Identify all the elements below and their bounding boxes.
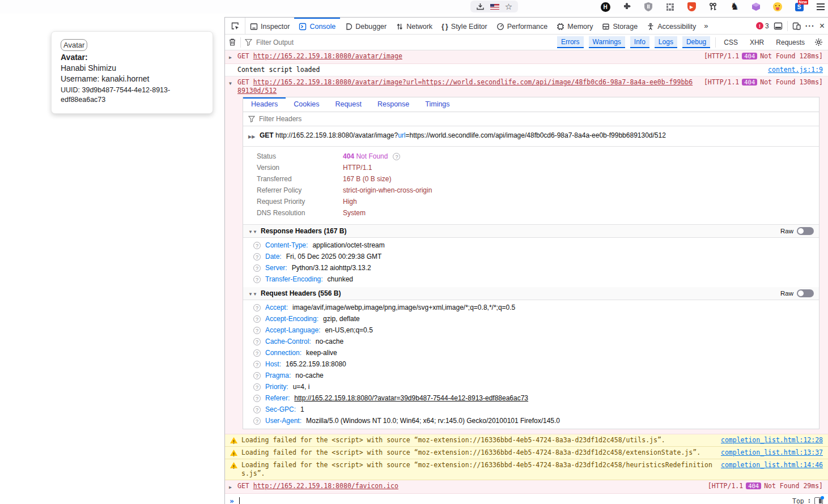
collapse-arrow-icon[interactable] [229, 78, 237, 88]
request-url-link[interactable]: http://165.22.159.18:8080/avatar/image?u… [237, 78, 693, 95]
devtools-menu-icon[interactable]: ··· [805, 22, 815, 31]
filter-requests-button[interactable]: Requests [772, 39, 809, 46]
response-status: [HTTP/1.1404Not Found 128ms] [704, 52, 823, 61]
header-row: Referer:http://165.22.159.18:8080/?avata… [243, 392, 819, 404]
header-row: Server:Python/3.12 aiohttp/3.13.2 [243, 262, 819, 274]
tab-response[interactable]: Response [370, 97, 417, 112]
us-flag-icon[interactable] [490, 4, 499, 10]
filter-headers-input[interactable] [259, 115, 814, 123]
collapse-arrow-icon[interactable]: ▼ [248, 227, 257, 236]
help-icon[interactable] [253, 315, 261, 323]
pick-element-icon[interactable] [225, 18, 245, 34]
filter-output-input[interactable] [256, 39, 553, 46]
tab-request[interactable]: Request [327, 97, 370, 112]
avatar-uuid: UUID: 39d9b487-7544-4e12-8913-edf88ea6ac… [61, 86, 203, 105]
filter-logs-button[interactable]: Logs [655, 36, 677, 48]
puzzle-extensions-icon[interactable] [622, 2, 632, 12]
evaluation-context-selector[interactable]: Top [792, 497, 804, 504]
context-dropdown-icon[interactable]: ▴▾ [808, 498, 810, 504]
request-url-link[interactable]: http://165.22.159.18:8080/favicon.ico [253, 482, 398, 490]
tab-timings[interactable]: Timings [417, 97, 457, 112]
tab-network[interactable]: Network [391, 18, 437, 34]
s-extension-icon[interactable]: S New [794, 2, 804, 12]
tab-style-editor[interactable]: { } Style Editor [437, 18, 492, 34]
help-icon[interactable] [253, 304, 261, 311]
expand-arrow-icon[interactable] [229, 52, 237, 62]
tab-debugger[interactable]: Debugger [340, 18, 391, 34]
help-icon[interactable] [253, 242, 261, 249]
filter-errors-button[interactable]: Errors [557, 36, 584, 48]
download-icon[interactable] [476, 2, 485, 11]
tab-memory[interactable]: Memory [552, 18, 597, 34]
referer-link[interactable]: http://165.22.159.18:8080/?avatar=39d9b4… [294, 394, 528, 403]
help-icon[interactable] [253, 327, 261, 334]
tab-console[interactable]: Console [294, 18, 340, 34]
source-location-link[interactable]: completion_list.html:12:28 [721, 436, 823, 445]
help-icon[interactable] [253, 276, 261, 283]
request-summary-row[interactable]: ▶ GET http://165.22.159.18:8080/avatar/i… [243, 126, 819, 147]
console-settings-gear-icon[interactable] [813, 38, 825, 46]
help-icon[interactable] [253, 383, 261, 391]
console-input-row[interactable]: » Top ▴▾ [225, 494, 828, 504]
filter-css-button[interactable]: CSS [720, 39, 742, 46]
filter-xhr-button[interactable]: XHR [746, 39, 768, 46]
tab-inspector[interactable]: Inspector [245, 18, 294, 34]
shield-extension-icon[interactable] [643, 2, 653, 12]
more-tabs-chevron-icon[interactable]: » [700, 18, 711, 34]
filterbar-separator-2 [715, 37, 716, 48]
header-row: Host:165.22.159.18:8080 [243, 358, 819, 370]
close-devtools-icon[interactable]: × [819, 22, 825, 31]
request-url-link[interactable]: http://165.22.159.18:8080/avatar/image [253, 52, 402, 60]
h-extension-icon[interactable]: H [600, 2, 610, 12]
header-row: Accept:image/avif,image/webp,image/png,i… [243, 302, 819, 313]
help-icon[interactable] [253, 372, 261, 379]
tab-headers[interactable]: Headers [243, 97, 286, 112]
emoji-extension-icon[interactable] [772, 2, 783, 12]
console-network-row-expanded[interactable]: GET http://165.22.159.18:8080/avatar/ima… [225, 76, 828, 434]
request-headers-section-header[interactable]: ▼ Request Headers (556 B) Raw [243, 287, 819, 300]
console-network-row[interactable]: GET http://165.22.159.18:8080/favicon.ic… [225, 480, 828, 494]
editor-mode-icon[interactable] [814, 497, 823, 504]
avatar-label: Avatar: [61, 52, 203, 63]
bookmark-star-icon[interactable]: ☆ [505, 2, 512, 11]
help-icon[interactable] [253, 253, 261, 260]
filter-warnings-button[interactable]: Warnings [589, 36, 625, 48]
split-console-icon[interactable] [774, 22, 783, 30]
response-headers-list: Content-Type:application/octet-stream Da… [243, 238, 819, 287]
menu-hamburger-icon[interactable] [816, 2, 826, 12]
expand-arrow-icon[interactable]: ▶ [248, 131, 257, 141]
version-row: Version HTTP/1.1 [243, 162, 819, 173]
header-row: User-Agent:Mozilla/5.0 (Windows NT 10.0;… [243, 415, 819, 426]
video-downloader-icon[interactable]: ▶ [686, 2, 697, 12]
tab-storage[interactable]: Storage [597, 18, 642, 34]
response-headers-section-header[interactable]: ▼ Response Headers (167 B) Raw [243, 225, 819, 238]
error-count-badge[interactable]: ! 3 [756, 22, 769, 30]
expand-arrow-icon[interactable] [229, 482, 237, 492]
chess-extension-icon[interactable]: ♞ [729, 2, 740, 12]
tab-performance[interactable]: Performance [492, 18, 553, 34]
filter-info-button[interactable]: Info [630, 36, 649, 48]
password-keys-icon[interactable] [708, 2, 718, 12]
console-network-row[interactable]: GET http://165.22.159.18:8080/avatar/ima… [225, 50, 828, 64]
help-icon[interactable] [253, 264, 261, 272]
cube-extension-icon[interactable] [751, 2, 761, 12]
tab-accessibility[interactable]: Accessibility [642, 18, 700, 34]
raw-toggle[interactable] [797, 289, 814, 297]
responsive-design-icon[interactable] [792, 22, 801, 30]
help-icon[interactable] [253, 349, 261, 357]
filter-debug-button[interactable]: Debug [682, 36, 710, 48]
source-location-link[interactable]: content.js:1:9 [768, 66, 823, 74]
collapse-arrow-icon[interactable]: ▼ [248, 289, 257, 298]
source-location-link[interactable]: completion_list.html:13:37 [721, 449, 823, 457]
raw-toggle[interactable] [797, 227, 814, 235]
help-icon[interactable] [253, 338, 261, 345]
help-icon[interactable] [253, 361, 261, 368]
help-icon[interactable] [393, 153, 400, 160]
help-icon[interactable] [253, 406, 261, 413]
tab-cookies[interactable]: Cookies [286, 97, 327, 112]
source-location-link[interactable]: completion_list.html:14:46 [721, 461, 823, 469]
qr-extension-icon[interactable] [665, 2, 675, 12]
help-icon[interactable] [253, 417, 261, 425]
clear-console-icon[interactable] [228, 38, 236, 46]
help-icon[interactable] [253, 395, 261, 402]
